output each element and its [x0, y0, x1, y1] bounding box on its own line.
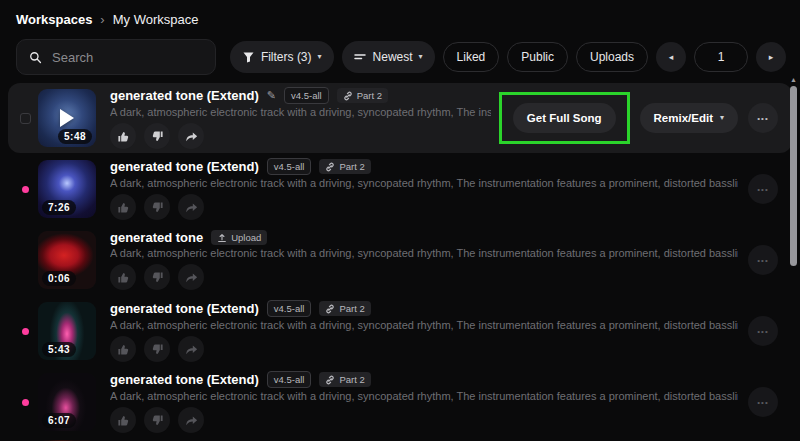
- get-full-song-button[interactable]: Get Full Song: [513, 103, 616, 133]
- share-icon: [185, 343, 198, 356]
- unread-dot: [22, 328, 29, 335]
- edit-pencil-icon[interactable]: ✎: [267, 89, 276, 102]
- song-title[interactable]: generated tone: [110, 230, 203, 245]
- song-title[interactable]: generated tone (Extend): [110, 301, 259, 316]
- share-button[interactable]: [178, 123, 204, 149]
- part-link-badge[interactable]: Part 2: [337, 88, 388, 103]
- unread-dot: [22, 186, 29, 193]
- scrollbar-thumb[interactable]: [790, 86, 797, 266]
- thumbs-up-icon: [117, 201, 130, 214]
- thumbs-up-button[interactable]: [110, 264, 136, 290]
- upload-icon: [217, 233, 227, 243]
- song-description: A dark, atmospheric electronic track wit…: [110, 319, 738, 331]
- breadcrumb-workspaces[interactable]: Workspaces: [16, 12, 92, 27]
- share-button[interactable]: [178, 336, 204, 362]
- model-version-badge: v4.5-all: [267, 158, 312, 175]
- part-link-badge[interactable]: Part 2: [319, 372, 370, 387]
- share-button[interactable]: [178, 264, 204, 290]
- share-button[interactable]: [178, 194, 204, 220]
- thumbs-up-button[interactable]: [110, 123, 136, 149]
- song-thumbnail[interactable]: 7:26: [38, 160, 96, 218]
- thumbs-down-button[interactable]: [144, 336, 170, 362]
- sort-icon: [354, 52, 367, 63]
- thumbs-up-icon: [117, 414, 130, 427]
- funnel-icon: [242, 51, 255, 63]
- filters-label: Filters (3): [261, 50, 312, 64]
- part-label: Part 2: [357, 90, 382, 101]
- duration-badge: 6:07: [42, 413, 76, 428]
- breadcrumb-separator: ›: [100, 12, 104, 27]
- part-label: Part 2: [339, 374, 364, 385]
- part-link-badge[interactable]: Part 2: [319, 301, 370, 316]
- scroll-up-arrow[interactable]: ▲: [790, 76, 797, 83]
- part-label: Part 2: [339, 303, 364, 314]
- thumbs-up-button[interactable]: [110, 336, 136, 362]
- song-thumbnail[interactable]: 6:07: [38, 373, 96, 431]
- chevron-down-icon: ▾: [419, 53, 423, 61]
- song-thumbnail[interactable]: 5:48: [38, 89, 96, 147]
- public-label: Public: [521, 50, 554, 64]
- liked-label: Liked: [457, 50, 486, 64]
- remix-edit-label: Remix/Edit: [654, 112, 713, 124]
- more-options-button[interactable]: •••: [748, 387, 778, 417]
- model-version-badge: v4.5-all: [284, 87, 329, 104]
- search-input[interactable]: [52, 50, 203, 65]
- thumbs-up-button[interactable]: [110, 194, 136, 220]
- song-row-3: 0:06 generated tone Upload A dark, atmos…: [8, 225, 792, 295]
- thumbs-down-icon: [151, 130, 164, 143]
- liked-filter-button[interactable]: Liked: [443, 42, 500, 72]
- song-description: A dark, atmospheric electronic track wit…: [110, 177, 738, 189]
- song-title[interactable]: generated tone (Extend): [110, 372, 259, 387]
- upload-label: Upload: [231, 232, 261, 243]
- thumbs-down-icon: [151, 414, 164, 427]
- row-checkbox[interactable]: [20, 113, 31, 124]
- part-label: Part 2: [339, 161, 364, 172]
- link-icon: [325, 304, 335, 314]
- thumbs-down-icon: [151, 271, 164, 284]
- song-description: A dark, atmospheric electronic track wit…: [110, 247, 738, 259]
- prev-page-button[interactable]: ◂: [656, 42, 686, 72]
- song-thumbnail[interactable]: 5:43: [38, 302, 96, 360]
- remix-edit-button[interactable]: Remix/Edit ▾: [640, 103, 738, 133]
- duration-badge: 7:26: [42, 200, 76, 215]
- chevron-down-icon: ▾: [720, 114, 724, 122]
- thumbs-down-button[interactable]: [144, 194, 170, 220]
- thumbs-down-button[interactable]: [144, 407, 170, 433]
- more-options-button[interactable]: •••: [748, 103, 778, 133]
- uploads-filter-button[interactable]: Uploads: [576, 42, 648, 72]
- share-icon: [185, 271, 198, 284]
- thumbs-up-icon: [117, 271, 130, 284]
- link-icon: [325, 375, 335, 385]
- public-filter-button[interactable]: Public: [507, 42, 568, 72]
- play-icon[interactable]: [60, 109, 74, 127]
- song-title[interactable]: generated tone (Extend): [110, 88, 259, 103]
- thumbs-down-icon: [151, 201, 164, 214]
- sort-button[interactable]: Newest ▾: [342, 41, 435, 73]
- song-row-1: 5:48 generated tone (Extend) ✎ v4.5-all …: [8, 83, 792, 153]
- part-link-badge[interactable]: Part 2: [319, 159, 370, 174]
- upload-badge: Upload: [211, 230, 267, 245]
- more-options-button[interactable]: •••: [748, 316, 778, 346]
- link-icon: [325, 162, 335, 172]
- more-options-button[interactable]: •••: [748, 245, 778, 275]
- share-icon: [185, 130, 198, 143]
- song-row-4: 5:43 generated tone (Extend) v4.5-all Pa…: [8, 296, 792, 366]
- page-number[interactable]: 1: [694, 42, 748, 72]
- thumbs-down-button[interactable]: [144, 264, 170, 290]
- duration-badge: 5:48: [58, 129, 92, 144]
- song-title[interactable]: generated tone (Extend): [110, 159, 259, 174]
- song-list: 5:48 generated tone (Extend) ✎ v4.5-all …: [0, 83, 800, 441]
- thumbs-down-button[interactable]: [144, 123, 170, 149]
- thumbs-up-button[interactable]: [110, 407, 136, 433]
- unread-dot: [22, 399, 29, 406]
- next-page-button[interactable]: ▸: [756, 42, 786, 72]
- search-bar[interactable]: [16, 39, 216, 75]
- song-thumbnail[interactable]: 0:06: [38, 231, 96, 289]
- more-options-button[interactable]: •••: [748, 174, 778, 204]
- share-button[interactable]: [178, 407, 204, 433]
- toolbar: Filters (3) ▾ Newest ▾ Liked Public Uplo…: [0, 33, 800, 83]
- thumbs-up-icon: [117, 130, 130, 143]
- link-icon: [343, 91, 353, 101]
- song-row-5: 6:07 generated tone (Extend) v4.5-all Pa…: [8, 367, 792, 437]
- filters-button[interactable]: Filters (3) ▾: [230, 41, 334, 73]
